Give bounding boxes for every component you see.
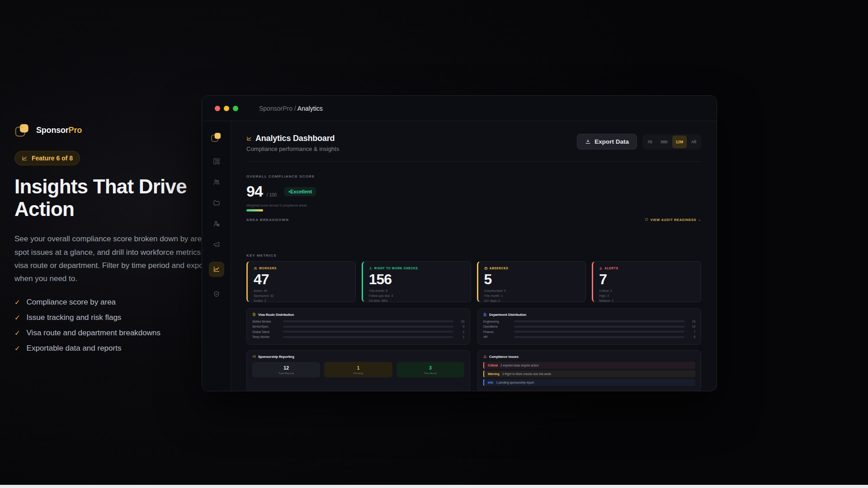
key-metrics-grid: WORKERS 47 Active: 45 Sponsored: 32 Ende… <box>246 261 701 302</box>
folder-icon <box>213 199 220 206</box>
compliance-issues-panel: Compliance Issues Critical 2 expired vis… <box>477 350 701 392</box>
stat-pending: 1 Pending <box>324 362 392 377</box>
megaphone-icon <box>252 355 256 358</box>
score-status-badge: •Excellent <box>284 187 316 196</box>
bell-icon <box>599 267 603 270</box>
area-breakdown-label: AREA BREAKDOWN <box>246 218 289 222</box>
dashboard-title: Analytics Dashboard <box>255 134 335 143</box>
feature-badge: Feature 6 of 8 <box>14 151 80 165</box>
dashboard-subtitle: Compliance performance & insights <box>246 145 339 152</box>
metric-details: Active: 45 Sponsored: 32 Ended: 2 <box>254 289 349 304</box>
area-breakdown-content <box>246 222 701 253</box>
sidebar <box>202 121 231 391</box>
bar-row: Engineering 15 <box>483 320 695 323</box>
calendar-icon <box>484 267 488 270</box>
panel-title: Sponsorship Reporting <box>258 355 294 359</box>
metric-value: 5 <box>484 272 580 287</box>
chart-line-icon <box>213 266 220 273</box>
sidebar-item-documents[interactable] <box>213 199 220 206</box>
feature-checklist: ✓Compliance score by area ✓Issue trackin… <box>14 298 227 353</box>
stat-this-month: 3 This Month <box>396 362 464 377</box>
user-check-icon <box>369 267 373 270</box>
department-distribution-panel: Department Distribution Engineering 15 O… <box>477 308 701 345</box>
layout-icon <box>213 158 220 165</box>
metric-details: Critical: 2 High: 3 Medium: 2 <box>599 289 695 304</box>
download-icon <box>585 139 591 145</box>
building-icon <box>483 313 487 316</box>
checklist-item: ✓Issue tracking and risk flags <box>14 313 227 322</box>
metric-details: This month: 8 Follow-ups due: 3 On-time:… <box>369 289 465 304</box>
checkmark-icon: ✓ <box>14 314 20 322</box>
checklist-item: ✓Compliance score by area <box>14 298 227 307</box>
metric-card-alerts: ALERTS 7 Critical: 2 High: 3 Medium: 2 <box>592 261 701 302</box>
bar-row: Operations 10 <box>483 325 695 328</box>
bar-row: Finance 7 <box>483 330 695 333</box>
view-audit-readiness-link[interactable]: VIEW AUDIT READINESS → <box>645 218 701 222</box>
sidebar-item-workers[interactable] <box>213 178 220 186</box>
hero-panel: SponsorPro Feature 6 of 8 Insights That … <box>14 123 227 359</box>
sidebar-item-compliance[interactable] <box>213 291 220 298</box>
compliance-score-value: 94 <box>246 183 263 200</box>
metric-value: 156 <box>369 272 465 287</box>
maximize-window-button[interactable] <box>233 106 238 111</box>
bar-row: HR 5 <box>483 335 695 338</box>
users-icon <box>254 267 257 270</box>
checkmark-icon: ✓ <box>14 344 20 352</box>
checklist-item: ✓Exportable data and reports <box>14 344 227 353</box>
page-title: Insights That Drive Action <box>14 175 227 221</box>
brand-logo: SponsorPro <box>14 123 227 137</box>
sidebar-logo-icon <box>211 132 222 142</box>
score-section-label: OVERALL COMPLIANCE SCORE <box>246 174 701 178</box>
visa-route-bars: Skilled Worker 20 Senior/Spec. 9 Global … <box>252 320 464 339</box>
time-range-selector: 7D 30D 12M All <box>642 134 701 150</box>
sidebar-item-reporting[interactable] <box>213 241 220 248</box>
metric-card-right-to-work: RIGHT TO WORK CHECKS 156 This month: 8 F… <box>362 261 471 302</box>
checkmark-icon: ✓ <box>14 298 20 306</box>
window-titlebar: SponsorPro / Analytics <box>202 96 717 121</box>
issue-row-warning: Warning 3 Right to Work checks due this … <box>483 371 695 377</box>
compliance-score-section: OVERALL COMPLIANCE SCORE 94 / 100 •Excel… <box>246 174 701 253</box>
metric-card-workers: WORKERS 47 Active: 45 Sponsored: 32 Ende… <box>246 261 356 302</box>
window-controls <box>215 106 238 111</box>
range-all[interactable]: All <box>688 137 700 147</box>
bar-row: Senior/Spec. 9 <box>252 325 464 328</box>
range-7d[interactable]: 7D <box>644 137 656 147</box>
metric-value: 47 <box>254 272 349 287</box>
users-icon <box>213 178 220 186</box>
sponsorship-reporting-panel: Sponsorship Reporting 12 Total Reports 1… <box>246 350 470 392</box>
passport-icon <box>252 313 256 316</box>
export-data-button[interactable]: Export Data <box>577 134 637 150</box>
compliance-score-max: / 100 <box>267 192 277 197</box>
issue-row-info: Info 1 pending sponsorship report <box>483 379 695 386</box>
stat-total-reports: 12 Total Reports <box>252 362 320 377</box>
metric-value: 7 <box>599 272 695 287</box>
breadcrumb: SponsorPro / Analytics <box>259 105 323 112</box>
megaphone-icon <box>213 241 220 248</box>
key-metrics-label: KEY METRICS <box>246 253 701 258</box>
score-progress-bar <box>246 209 263 211</box>
page-description: See your overall compliance score broken… <box>14 232 219 285</box>
minimize-window-button[interactable] <box>224 106 229 111</box>
metric-card-absences: ABSENCES 5 Unauthorised: 0 This month: 1… <box>477 261 586 302</box>
department-bars: Engineering 15 Operations 10 Finance <box>483 320 695 339</box>
sidebar-item-sponsorship[interactable] <box>213 220 220 227</box>
range-30d[interactable]: 30D <box>657 137 671 147</box>
sponsorpro-logo-icon <box>14 123 31 137</box>
warning-triangle-icon <box>483 355 487 358</box>
sidebar-item-analytics[interactable] <box>209 262 224 277</box>
app-window: SponsorPro / Analytics <box>202 95 717 391</box>
close-window-button[interactable] <box>215 106 220 111</box>
user-check-icon <box>213 220 220 227</box>
panel-title: Visa Route Distribution <box>258 313 294 317</box>
score-caption: Weighted score across 5 compliance areas <box>246 204 701 207</box>
issue-list: Critical 2 expired visas require action … <box>483 362 695 386</box>
shield-check-icon <box>213 291 220 298</box>
brand-name: SponsorPro <box>36 126 82 135</box>
issue-row-critical: Critical 2 expired visas require action <box>483 362 695 369</box>
sidebar-item-dashboard[interactable] <box>213 158 220 165</box>
bar-row: Global Talent 2 <box>252 330 464 333</box>
range-12m[interactable]: 12M <box>672 136 687 148</box>
checklist-item: ✓Visa route and department breakdowns <box>14 328 227 338</box>
sidebar-nav <box>209 158 224 298</box>
checkmark-icon: ✓ <box>14 329 20 337</box>
